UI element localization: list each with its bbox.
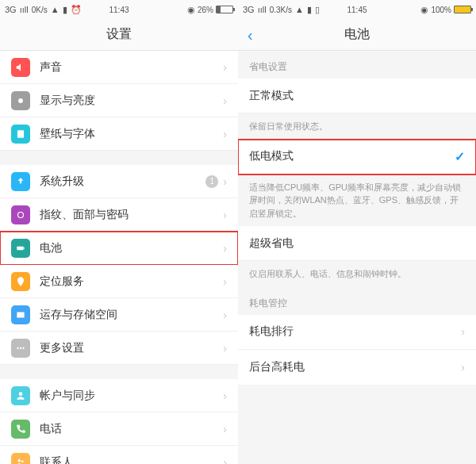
card-icon: ▯: [315, 6, 320, 14]
battery-icon: [11, 239, 30, 258]
display-icon: [11, 91, 30, 110]
storage-icon: [11, 305, 30, 324]
svg-rect-3: [17, 246, 23, 250]
header: ‹ 电池: [238, 19, 476, 51]
speed-text: 0.3K/s: [270, 6, 292, 14]
update-icon: [11, 172, 30, 191]
sim-icon: ▮: [63, 6, 67, 14]
svg-point-0: [18, 98, 23, 103]
mode-low-power[interactable]: 低电模式 ✓: [238, 140, 476, 174]
row-label: 系统升级: [40, 174, 205, 189]
contacts-icon: [11, 453, 30, 465]
chevron-right-icon: ›: [223, 242, 227, 255]
svg-point-9: [19, 392, 23, 396]
svg-rect-4: [24, 247, 25, 248]
settings-item-storage[interactable]: 运存与存储空间 ›: [0, 298, 238, 332]
back-button[interactable]: ‹: [244, 22, 256, 47]
header: 设置: [0, 19, 238, 51]
chevron-right-icon: ›: [461, 361, 465, 374]
status-bar: 3G ııll 0K/s ▲ ▮ ⏰ 11:43 ◉ 26%: [0, 0, 238, 19]
settings-item-battery[interactable]: 电池 ›: [0, 232, 238, 265]
svg-point-6: [17, 347, 18, 348]
alarm-icon: ⏰: [71, 6, 82, 14]
signal-icon: ııll: [258, 6, 267, 14]
chevron-right-icon: ›: [223, 309, 227, 321]
row-label: 电话: [40, 422, 223, 436]
row-label: 联系人: [40, 455, 223, 465]
settings-item-phone[interactable]: 电话 ›: [0, 412, 238, 446]
row-label: 定位服务: [40, 274, 223, 289]
sound-icon: [11, 58, 30, 77]
svg-point-11: [21, 460, 24, 462]
speed-text: 0K/s: [32, 6, 48, 14]
status-bar: 3G ııll 0.3K/s ▲ ▮ ▯ 11:45 ◉ 100%: [238, 0, 476, 19]
wifi-icon: ◉: [187, 6, 195, 14]
chevron-right-icon: ›: [223, 275, 227, 288]
chevron-right-icon: ›: [223, 342, 227, 355]
row-label: 正常模式: [249, 89, 465, 103]
mode-normal[interactable]: 正常模式: [238, 79, 476, 113]
location-icon: [11, 272, 30, 291]
warn-icon: ▲: [51, 6, 60, 14]
row-label: 更多设置: [40, 341, 223, 355]
row-label: 声音: [40, 60, 223, 75]
chevron-right-icon: ›: [461, 325, 465, 338]
settings-item-account[interactable]: 帐户与同步 ›: [0, 379, 238, 412]
row-label: 耗电排行: [249, 324, 461, 339]
status-time: 11:43: [109, 6, 129, 14]
check-icon: ✓: [455, 149, 465, 164]
chevron-right-icon: ›: [223, 61, 227, 74]
battery-pct: 26%: [198, 6, 213, 14]
battery-icon: [216, 6, 233, 13]
row-label: 运存与存储空间: [40, 308, 223, 322]
settings-item-display[interactable]: 显示与亮度 ›: [0, 84, 238, 117]
network-icon: 3G: [5, 6, 17, 14]
page-title: 电池: [344, 26, 370, 43]
power-ranking[interactable]: 耗电排行 ›: [238, 315, 476, 350]
settings-item-more[interactable]: 更多设置 ›: [0, 332, 238, 365]
background-power[interactable]: 后台高耗电 ›: [238, 350, 476, 385]
row-label: 后台高耗电: [249, 360, 461, 374]
settings-item-wallpaper[interactable]: 壁纸与字体 ›: [0, 117, 238, 151]
mode-low-desc: 适当降低CPU频率、GPU频率和屏幕亮度，减少自动锁屏时间，关闭WLAN热点、蓝…: [238, 174, 476, 227]
fingerprint-icon: [11, 205, 30, 224]
wallpaper-icon: [11, 125, 30, 144]
battery-icon: [454, 6, 471, 13]
svg-point-10: [18, 458, 21, 462]
mode-normal-desc: 保留日常使用状态。: [238, 113, 476, 140]
settings-item-sound[interactable]: 声音 ›: [0, 51, 238, 84]
page-title: 设置: [106, 26, 132, 43]
settings-item-fingerprint[interactable]: 指纹、面部与密码 ›: [0, 198, 238, 232]
svg-point-8: [22, 347, 24, 348]
settings-item-location[interactable]: 定位服务 ›: [0, 265, 238, 298]
svg-rect-5: [17, 312, 24, 317]
account-icon: [11, 386, 30, 405]
row-label: 壁纸与字体: [40, 127, 223, 141]
settings-screen: 3G ııll 0K/s ▲ ▮ ⏰ 11:43 ◉ 26% 设置 声音 › 显…: [0, 0, 238, 464]
row-label: 帐户与同步: [40, 389, 223, 403]
wifi-icon: ◉: [420, 6, 428, 14]
row-label: 低电模式: [249, 149, 455, 163]
settings-item-contacts[interactable]: 联系人 ›: [0, 446, 238, 464]
mode-super-save[interactable]: 超级省电: [238, 226, 476, 261]
battery-list: 省电设置 正常模式 保留日常使用状态。 低电模式 ✓ 适当降低CPU频率、GPU…: [238, 51, 476, 464]
signal-icon: ııll: [20, 6, 29, 14]
chevron-right-icon: ›: [223, 423, 227, 435]
network-icon: 3G: [243, 6, 255, 14]
more-icon: [11, 339, 30, 358]
battery-screen: 3G ııll 0.3K/s ▲ ▮ ▯ 11:45 ◉ 100% ‹ 电池 省…: [238, 0, 476, 464]
row-label: 显示与亮度: [40, 94, 223, 108]
svg-rect-1: [17, 130, 24, 137]
chevron-right-icon: ›: [223, 456, 227, 465]
section-title: 耗电管控: [238, 287, 476, 315]
chevron-right-icon: ›: [223, 175, 227, 188]
svg-point-2: [18, 212, 24, 217]
sim-icon: ▮: [307, 6, 312, 14]
phone-icon: [11, 420, 30, 439]
chevron-right-icon: ›: [223, 209, 227, 221]
settings-item-update[interactable]: 系统升级 1 ›: [0, 165, 238, 198]
row-label: 指纹、面部与密码: [40, 208, 223, 222]
row-label: 超级省电: [249, 236, 465, 251]
chevron-right-icon: ›: [223, 389, 227, 402]
battery-pct: 100%: [431, 6, 451, 14]
